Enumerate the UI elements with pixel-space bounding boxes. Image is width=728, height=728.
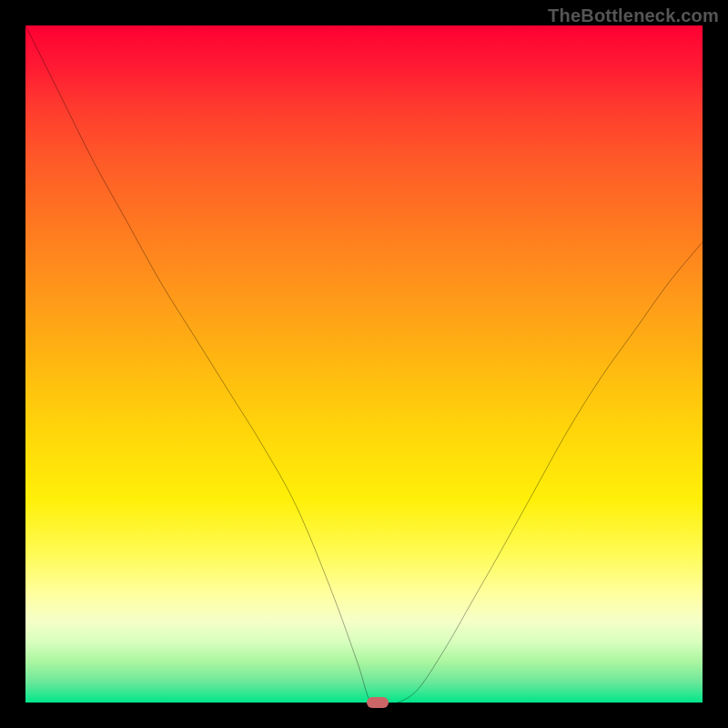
chart-frame: TheBottleneck.com — [0, 0, 728, 728]
optimal-point-marker — [367, 697, 389, 708]
watermark-text: TheBottleneck.com — [548, 5, 719, 26]
bottleneck-curve — [25, 25, 703, 703]
chart-plot-area — [25, 25, 703, 703]
